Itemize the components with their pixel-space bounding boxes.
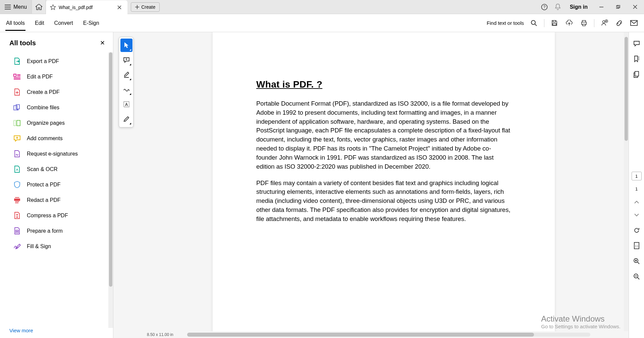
select-tool[interactable] xyxy=(120,39,132,52)
page-1to1-icon: 1:1 xyxy=(634,242,640,249)
tool-prepare-form[interactable]: Prepare a form xyxy=(0,223,113,239)
search-button[interactable] xyxy=(529,18,539,28)
comments-panel-button[interactable] xyxy=(632,39,641,48)
text-select-tool[interactable]: A xyxy=(120,98,132,111)
protect-icon xyxy=(13,181,21,188)
close-icon xyxy=(633,5,637,9)
form-icon xyxy=(13,227,21,235)
tool-tabs: All tools Edit Convert E-Sign xyxy=(5,14,100,32)
link-button[interactable] xyxy=(614,18,624,28)
email-button[interactable] xyxy=(629,18,639,28)
signature-icon xyxy=(13,150,21,158)
edit-icon xyxy=(13,73,21,80)
svg-point-5 xyxy=(603,20,605,23)
tab-close-button[interactable] xyxy=(115,3,123,11)
scan-icon: A xyxy=(13,166,21,173)
tool-label: Create a PDF xyxy=(27,89,60,95)
thumbnails-panel-button[interactable] xyxy=(632,70,641,79)
menu-button[interactable]: Menu xyxy=(0,0,32,14)
plus-icon xyxy=(135,5,139,9)
link-icon xyxy=(615,19,623,27)
svg-rect-10 xyxy=(16,105,19,109)
tool-compress-pdf[interactable]: Compress a PDF xyxy=(0,208,113,223)
combine-icon xyxy=(13,104,21,111)
tool-export-pdf[interactable]: Export a PDF xyxy=(0,54,113,69)
page-container[interactable]: What is PDF. ? Portable Document Format … xyxy=(113,32,629,338)
fill-sign-icon xyxy=(13,243,21,250)
vertical-scrollbar[interactable] xyxy=(624,32,629,331)
sign-tool[interactable] xyxy=(120,112,132,126)
help-button[interactable]: ? xyxy=(538,1,550,13)
main-area: All tools ✕ Export a PDF Edit a PDF Crea… xyxy=(0,32,644,338)
page-number-input[interactable] xyxy=(632,172,642,180)
zoom-in-button[interactable] xyxy=(632,257,641,266)
svg-rect-18 xyxy=(635,71,639,76)
minimize-button[interactable] xyxy=(594,0,609,14)
view-more-link[interactable]: View more xyxy=(0,325,113,338)
tool-edit-pdf[interactable]: Edit a PDF xyxy=(0,69,113,84)
draw-tool[interactable] xyxy=(120,83,132,96)
create-label: Create xyxy=(141,4,155,10)
zoom-out-icon xyxy=(633,273,640,280)
tool-request-signatures[interactable]: Request e-signatures xyxy=(0,146,113,162)
tab-convert[interactable]: Convert xyxy=(54,15,74,31)
note-icon xyxy=(123,57,130,63)
zoom-out-button[interactable] xyxy=(632,272,641,281)
redact-icon xyxy=(13,196,21,204)
save-button[interactable] xyxy=(550,18,559,28)
tool-add-comments[interactable]: Add comments xyxy=(0,131,113,146)
find-text-label[interactable]: Find text or tools xyxy=(487,20,524,26)
chevron-down-icon xyxy=(634,213,639,217)
tab-edit[interactable]: Edit xyxy=(34,15,45,31)
create-button[interactable]: Create xyxy=(131,2,160,12)
svg-rect-8 xyxy=(14,74,16,76)
rotate-button[interactable] xyxy=(632,226,641,235)
notifications-button[interactable] xyxy=(552,1,564,13)
home-button[interactable] xyxy=(32,0,46,14)
sticky-note-tool[interactable] xyxy=(120,53,132,67)
close-icon xyxy=(117,5,121,9)
close-window-button[interactable] xyxy=(627,0,643,14)
star-icon[interactable] xyxy=(50,4,56,10)
zoom-in-icon xyxy=(633,258,640,265)
tab-esign[interactable]: E-Sign xyxy=(83,15,100,31)
bookmarks-panel-button[interactable] xyxy=(632,54,641,64)
maximize-button[interactable] xyxy=(610,0,626,14)
tool-organize-pages[interactable]: Organize pages xyxy=(0,115,113,131)
tab-all-tools[interactable]: All tools xyxy=(5,15,25,31)
toolbar-right: Find text or tools xyxy=(487,18,639,28)
next-page-button[interactable] xyxy=(632,210,641,220)
tool-label: Compress a PDF xyxy=(27,213,68,219)
actual-size-button[interactable]: 1:1 xyxy=(632,241,641,250)
scrollbar-thumb[interactable] xyxy=(109,52,112,287)
pen-icon xyxy=(123,116,130,122)
tab-title: What_is_pdf.pdf xyxy=(59,5,93,10)
tool-redact-pdf[interactable]: Redact a PDF xyxy=(0,192,113,208)
titlebar: Menu What_is_pdf.pdf Create ? Sign in xyxy=(0,0,644,14)
scrollbar-thumb[interactable] xyxy=(625,37,628,141)
print-icon xyxy=(581,20,587,26)
document-tab[interactable]: What_is_pdf.pdf xyxy=(46,0,127,14)
prev-page-button[interactable] xyxy=(632,198,641,207)
svg-rect-9 xyxy=(14,106,17,110)
tool-create-pdf[interactable]: Create a PDF xyxy=(0,84,113,100)
print-button[interactable] xyxy=(579,18,589,28)
horizontal-scrollbar[interactable] xyxy=(187,333,590,337)
tool-protect-pdf[interactable]: Protect a PDF xyxy=(0,177,113,192)
scrollbar-thumb[interactable] xyxy=(187,333,534,337)
tool-scan-ocr[interactable]: AScan & OCR xyxy=(0,162,113,177)
search-icon xyxy=(531,20,537,26)
svg-rect-14 xyxy=(16,230,18,231)
signin-button[interactable]: Sign in xyxy=(565,4,592,10)
tool-label: Add comments xyxy=(27,135,63,142)
export-icon xyxy=(13,58,21,65)
sidebar-close-button[interactable]: ✕ xyxy=(98,38,107,48)
separator xyxy=(544,19,544,27)
separator xyxy=(594,19,594,27)
highlight-tool[interactable] xyxy=(120,68,132,81)
share-button[interactable] xyxy=(600,18,609,28)
sidebar-scrollbar[interactable] xyxy=(108,52,113,328)
tool-combine-files[interactable]: Combine files xyxy=(0,100,113,115)
tool-fill-sign[interactable]: Fill & Sign xyxy=(0,239,113,254)
upload-button[interactable] xyxy=(565,18,574,28)
